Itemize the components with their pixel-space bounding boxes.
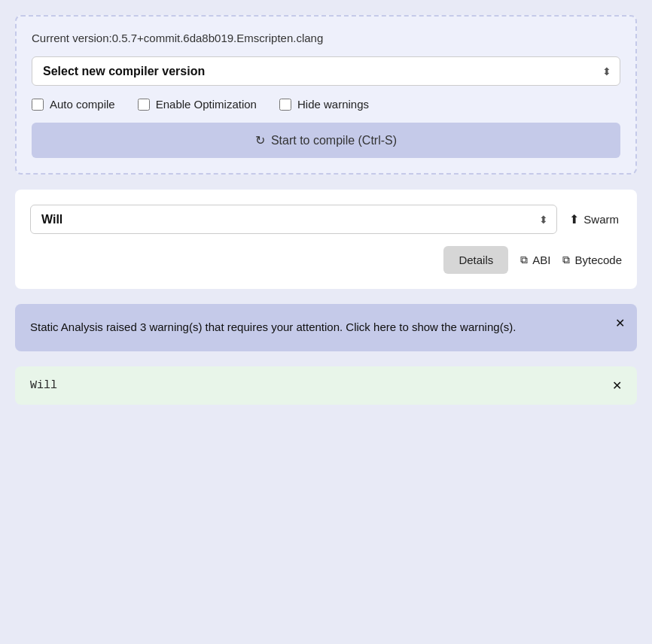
hide-warnings-option[interactable]: Hide warnings: [279, 98, 369, 111]
hide-warnings-checkbox[interactable]: [279, 99, 291, 111]
hide-warnings-label: Hide warnings: [297, 98, 369, 111]
warning-message: Static Analysis raised 3 warning(s) that…: [30, 320, 516, 333]
compiler-section: Current version:0.5.7+commit.6da8b019.Em…: [15, 15, 637, 175]
swarm-button-label: Swarm: [583, 213, 619, 226]
abi-button[interactable]: ⧉ ABI: [520, 254, 550, 266]
contract-top-row: Will ⬍ ⬆ Swarm: [30, 205, 622, 234]
auto-compile-option[interactable]: Auto compile: [32, 98, 115, 111]
current-version-label: Current version:0.5.7+commit.6da8b019.Em…: [32, 32, 620, 44]
compile-button[interactable]: ↻ Start to compile (Ctrl-S): [32, 123, 620, 158]
compile-button-label: Start to compile (Ctrl-S): [271, 134, 397, 147]
warning-banner[interactable]: Static Analysis raised 3 warning(s) that…: [15, 304, 637, 351]
bytecode-button-label: Bytecode: [574, 254, 622, 266]
output-close-icon: ✕: [612, 379, 622, 392]
swarm-button[interactable]: ⬆ Swarm: [566, 206, 622, 232]
output-close-button[interactable]: ✕: [612, 378, 622, 393]
compiler-version-wrapper: Select new compiler version ⬍: [32, 56, 620, 86]
contract-section: Will ⬍ ⬆ Swarm Details ⧉ ABI ⧉ Bytecode: [15, 190, 637, 289]
abi-copy-icon: ⧉: [520, 254, 528, 266]
bytecode-copy-icon: ⧉: [562, 254, 570, 266]
output-section: Will ✕: [15, 366, 637, 405]
enable-optimization-label: Enable Optimization: [156, 98, 257, 111]
refresh-icon: ↻: [255, 133, 265, 147]
contract-select[interactable]: Will: [30, 205, 557, 234]
enable-optimization-checkbox[interactable]: [138, 99, 150, 111]
enable-optimization-option[interactable]: Enable Optimization: [138, 98, 257, 111]
bytecode-button[interactable]: ⧉ Bytecode: [562, 254, 622, 266]
contract-bottom-row: Details ⧉ ABI ⧉ Bytecode: [30, 246, 622, 274]
output-text: Will: [30, 379, 57, 392]
auto-compile-label: Auto compile: [50, 98, 115, 111]
warning-close-icon: ✕: [615, 317, 625, 330]
details-button-label: Details: [459, 254, 493, 266]
compiler-version-select[interactable]: Select new compiler version: [32, 56, 620, 86]
abi-button-label: ABI: [532, 254, 550, 266]
contract-select-wrapper: Will ⬍: [30, 205, 557, 234]
upload-icon: ⬆: [569, 212, 579, 226]
auto-compile-checkbox[interactable]: [32, 99, 44, 111]
compiler-options-row: Auto compile Enable Optimization Hide wa…: [32, 98, 620, 111]
warning-close-button[interactable]: ✕: [615, 316, 625, 330]
details-button[interactable]: Details: [443, 246, 508, 274]
